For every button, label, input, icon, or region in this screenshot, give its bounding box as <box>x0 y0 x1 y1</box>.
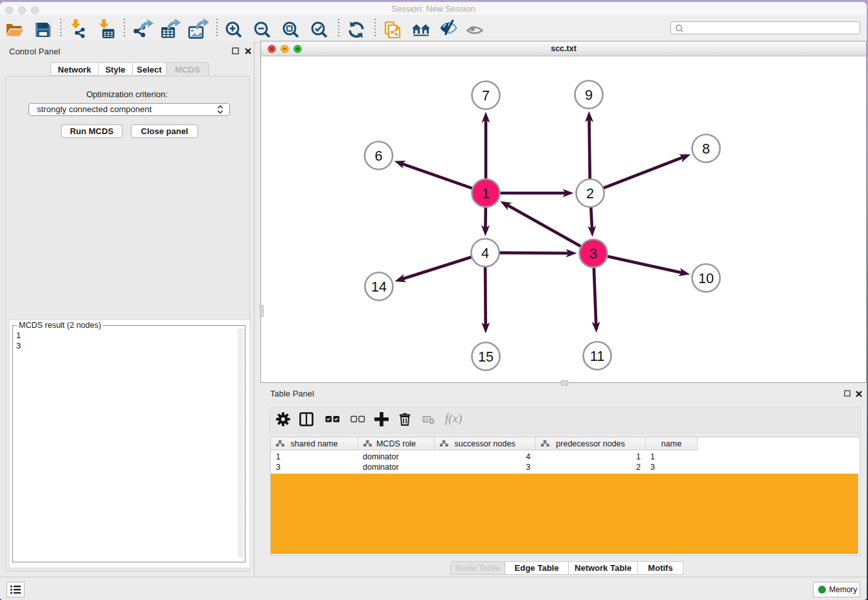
svg-text:11: 11 <box>590 349 604 364</box>
svg-text:14: 14 <box>371 279 387 295</box>
svg-text:7: 7 <box>482 88 490 104</box>
svg-text:10: 10 <box>698 271 714 286</box>
svg-text:6: 6 <box>375 148 383 164</box>
svg-text:2: 2 <box>586 186 594 202</box>
svg-text:8: 8 <box>702 141 710 157</box>
svg-text:4: 4 <box>481 246 489 261</box>
svg-text:9: 9 <box>585 87 593 103</box>
svg-text:15: 15 <box>478 349 494 365</box>
svg-text:1: 1 <box>482 186 490 202</box>
svg-text:3: 3 <box>589 246 597 262</box>
